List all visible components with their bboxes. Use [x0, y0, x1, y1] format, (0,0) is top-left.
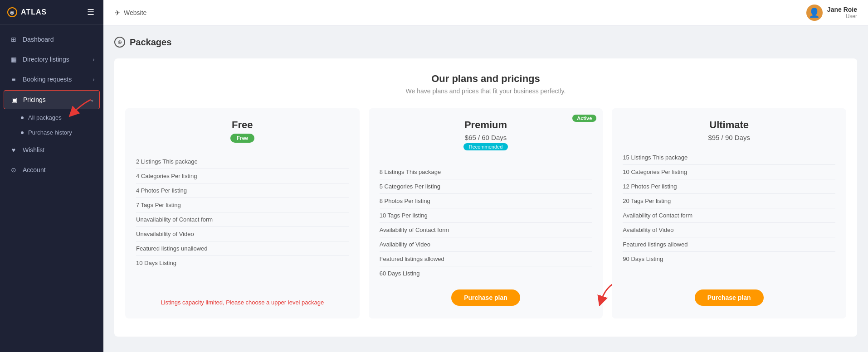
premium-feature-8: 60 Days Listing	[380, 266, 592, 280]
send-icon: ✈	[114, 9, 120, 17]
topbar: ✈ Website 👤 Jane Roie User	[103, 0, 868, 26]
topbar-right: 👤 Jane Roie User	[806, 5, 857, 21]
free-plan-card: Free Free 2 Listings This package 4 Cate…	[125, 108, 360, 318]
ultimate-feature-1: 15 Listings This package	[623, 150, 835, 165]
free-feature-2: 4 Categories Per listing	[136, 169, 349, 183]
ultimate-feature-7: Featured listings allowed	[623, 237, 835, 252]
directory-listings-icon: ▦	[9, 55, 18, 64]
sidebar: ◎ ATLAS ☰ ⊞ Dashboard ▦ Directory listin…	[0, 0, 103, 352]
atlas-logo-icon: ◎	[7, 7, 17, 17]
ultimate-btn-area: Purchase plan	[623, 289, 835, 306]
premium-plan-price: $65 / 60 Days	[465, 134, 507, 141]
sidebar-logo: ◎ ATLAS	[7, 7, 47, 17]
ultimate-plan-features: 15 Listings This package 10 Categories P…	[623, 150, 835, 280]
premium-feature-3: 8 Photos Per listing	[380, 194, 592, 208]
page-area: ⊕ Packages Our plans and pricings We hav…	[103, 26, 868, 352]
ultimate-feature-4: 20 Tags Per listing	[623, 194, 835, 208]
pricings-sub-menu: All packages Purchase history	[0, 110, 103, 140]
sidebar-item-label: Booking requests	[23, 76, 72, 83]
premium-feature-1: 8 Listings This package	[380, 165, 592, 179]
page-title: Packages	[130, 37, 171, 48]
sidebar-item-dashboard[interactable]: ⊞ Dashboard	[0, 29, 103, 49]
sub-dot-icon	[21, 131, 24, 134]
free-plan-header: Free Free	[136, 119, 349, 147]
premium-feature-5: Availability of Contact form	[380, 223, 592, 237]
free-feature-7: Featured listings unallowed	[136, 241, 349, 256]
sidebar-item-directory-listings[interactable]: ▦ Directory listings ›	[0, 49, 103, 69]
topbar-left: ✈ Website	[114, 9, 146, 17]
free-plan-name: Free	[232, 119, 253, 131]
ultimate-feature-6: Availability of Video	[623, 223, 835, 237]
plans-grid: Free Free 2 Listings This package 4 Cate…	[125, 108, 846, 318]
dashboard-icon: ⊞	[9, 35, 18, 44]
booking-requests-icon: ≡	[9, 75, 18, 84]
free-feature-5: Unavailability of Contact form	[136, 212, 349, 227]
ultimate-purchase-button[interactable]: Purchase plan	[695, 289, 764, 306]
active-badge: Active	[572, 115, 596, 122]
website-link[interactable]: Website	[124, 9, 146, 16]
sidebar-item-label: Dashboard	[23, 36, 54, 43]
ultimate-feature-3: 12 Photos Per listing	[623, 179, 835, 194]
hamburger-button[interactable]: ☰	[85, 6, 96, 18]
plans-heading-text: Our plans and pricings	[125, 73, 846, 85]
ultimate-feature-2: 10 Categories Per listing	[623, 165, 835, 179]
sidebar-item-label: Account	[23, 166, 46, 174]
sidebar-sub-item-label: Purchase history	[28, 129, 72, 136]
sidebar-item-wishlist[interactable]: ♥ Wishlist	[0, 140, 103, 160]
chevron-right-icon: ›	[93, 77, 94, 82]
premium-feature-7: Featured listings allowed	[380, 252, 592, 266]
sidebar-item-pricings[interactable]: ▣ Pricings ⌄	[4, 90, 100, 109]
user-role: User	[827, 13, 857, 19]
premium-feature-4: 10 Tags Per listing	[380, 208, 592, 223]
avatar: 👤	[806, 5, 823, 21]
chevron-right-icon: ›	[93, 57, 94, 62]
plans-heading: Our plans and pricings	[125, 73, 846, 85]
sidebar-logo-text: ATLAS	[21, 8, 47, 16]
main-content: ✈ Website 👤 Jane Roie User ⊕ Packages Ou…	[103, 0, 868, 352]
packages-icon: ⊕	[114, 37, 125, 48]
account-icon: ⊙	[9, 165, 18, 174]
sidebar-item-booking-requests[interactable]: ≡ Booking requests ›	[0, 69, 103, 89]
free-feature-3: 4 Photos Per listing	[136, 183, 349, 198]
free-plan-warning: Listings capacity limited, Please choose…	[136, 299, 349, 306]
sidebar-nav: ⊞ Dashboard ▦ Directory listings › ≡ Boo…	[0, 25, 103, 352]
sidebar-item-all-packages[interactable]: All packages	[0, 110, 103, 125]
ultimate-plan-price: $95 / 90 Days	[708, 134, 750, 141]
premium-plan-header: Premium $65 / 60 Days Recommended	[380, 119, 592, 158]
user-name: Jane Roie	[827, 6, 857, 13]
plans-subheading: We have plans and prices that fit your b…	[125, 87, 846, 95]
sidebar-item-purchase-history[interactable]: Purchase history	[0, 125, 103, 140]
sidebar-header: ◎ ATLAS ☰	[0, 0, 103, 25]
ultimate-feature-8: 90 Days Listing	[623, 252, 835, 266]
chevron-down-icon: ⌄	[90, 97, 94, 102]
free-feature-8: 10 Days Listing	[136, 256, 349, 270]
ultimate-plan-header: Ultimate $95 / 90 Days	[623, 119, 835, 143]
free-plan-features: 2 Listings This package 4 Categories Per…	[136, 154, 349, 292]
ultimate-feature-5: Availability of Contact form	[623, 208, 835, 223]
free-feature-6: Unavailability of Video	[136, 227, 349, 241]
sidebar-item-label: Wishlist	[23, 146, 44, 154]
free-plan-badge: Free	[230, 134, 254, 143]
free-feature-1: 2 Listings This package	[136, 154, 349, 169]
ultimate-plan-card: Ultimate $95 / 90 Days 15 Listings This …	[612, 108, 846, 318]
premium-purchase-button[interactable]: Purchase plan	[451, 289, 520, 306]
premium-plan-card: Active Premium $65 / 60 Days Recommended…	[369, 108, 603, 318]
sidebar-item-account[interactable]: ⊙ Account	[0, 160, 103, 180]
wishlist-icon: ♥	[9, 145, 18, 154]
sidebar-sub-item-label: All packages	[28, 114, 62, 121]
user-info: Jane Roie User	[827, 6, 857, 19]
pricings-icon: ▣	[10, 95, 19, 104]
premium-btn-area: Purchase plan	[380, 289, 592, 306]
page-header: ⊕ Packages	[114, 37, 857, 48]
sidebar-item-label: Pricings	[23, 96, 46, 103]
premium-feature-6: Availability of Video	[380, 237, 592, 252]
sidebar-item-label: Directory listings	[23, 56, 69, 63]
premium-plan-name: Premium	[464, 119, 507, 131]
premium-plan-features: 8 Listings This package 5 Categories Per…	[380, 165, 592, 280]
sub-dot-icon	[21, 116, 24, 119]
free-feature-4: 7 Tags Per listing	[136, 198, 349, 212]
recommended-badge: Recommended	[463, 143, 508, 150]
plans-section: Our plans and pricings We have plans and…	[114, 58, 857, 337]
ultimate-plan-name: Ultimate	[709, 119, 749, 131]
premium-feature-2: 5 Categories Per listing	[380, 179, 592, 194]
